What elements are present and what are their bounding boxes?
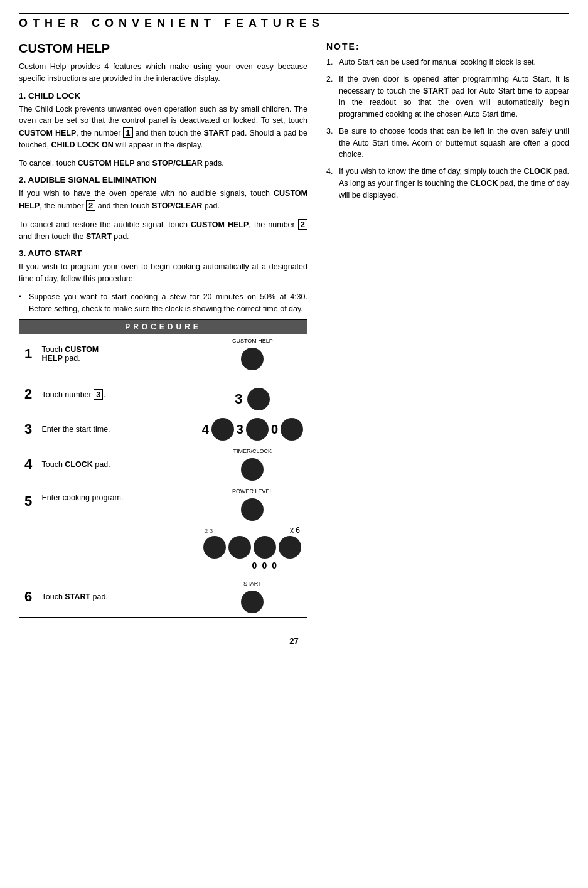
table-row: 6 Touch START pad. START (19, 577, 307, 618)
page-number: 27 (19, 636, 569, 646)
timer-clock-button[interactable] (241, 458, 264, 481)
step2-num: 2 (24, 386, 32, 402)
number4-button[interactable] (211, 418, 234, 441)
step1-visual: CUSTOM HELP (202, 348, 303, 370)
number0-button[interactable] (281, 418, 303, 441)
note-title: NOTE: (326, 41, 569, 51)
number23-button[interactable] (203, 536, 226, 559)
step2-number-label: 3 (235, 391, 242, 407)
number3b-button[interactable] (246, 418, 269, 441)
table-row: 2 Touch number 3. 3 (19, 374, 307, 414)
number0a-button[interactable] (228, 536, 251, 559)
step3-label-0: 0 (271, 422, 278, 437)
step4-num: 4 (24, 456, 32, 472)
step3-label-3: 3 (237, 422, 243, 437)
step6-visual: START (202, 591, 303, 613)
step4-desc: Touch CLOCK pad. (42, 460, 110, 469)
sub3-heading: 3. AUTO START (19, 249, 307, 258)
sub3-bullet: Suppose you want to start cooking a stew… (19, 291, 307, 315)
step4-visual: TIMER/CLOCK (202, 458, 303, 481)
list-item: 1. Auto Start can be used for manual coo… (326, 56, 569, 68)
sub1-text: The Child Lock prevents unwanted oven op… (19, 104, 307, 151)
sub2-cancel: To cancel and restore the audible signal… (19, 218, 307, 243)
custom-help-button[interactable] (241, 348, 264, 370)
number0b-button[interactable] (254, 536, 276, 559)
small-label-23: 2 (205, 528, 208, 534)
custom-help-title: CUSTOM HELP (19, 41, 307, 56)
step3-visual: 4 3 0 (202, 418, 303, 441)
x6-label: x 6 (290, 526, 300, 535)
bottom-label-0c: 0 (272, 560, 277, 570)
list-item: 3. Be sure to choose foods that can be l… (326, 126, 569, 161)
procedure-header: PROCEDURE (19, 320, 307, 334)
custom-help-intro: Custom Help provides 4 features which ma… (19, 61, 307, 85)
step2-desc: Touch number 3. (42, 390, 105, 399)
note-list: 1. Auto Start can be used for manual coo… (326, 56, 569, 201)
procedure-table: PROCEDURE 1 Touch CUSTOMHELP pad. CUSTOM… (19, 319, 307, 618)
number3-button[interactable] (247, 388, 270, 410)
table-row: 4 Touch CLOCK pad. TIMER/CLOCK (19, 444, 307, 484)
step1-num: 1 (24, 346, 32, 361)
page-header: OTHER CONVENIENT FEATURES (19, 13, 569, 30)
step5-num: 5 (24, 493, 32, 509)
table-row: 5 Enter cooking program. POWER LEVEL (19, 484, 307, 577)
list-item: 4. If you wish to know the time of day, … (326, 166, 569, 201)
start-button[interactable] (241, 591, 264, 613)
step6-desc: Touch START pad. (42, 592, 108, 601)
table-row: 3 Enter the start time. 4 3 0 (19, 414, 307, 444)
step5-desc: Enter cooking program. (42, 493, 124, 502)
step6-num: 6 (24, 589, 32, 604)
power-level-button[interactable] (241, 498, 264, 521)
small-label-3: 3 (210, 528, 213, 534)
step5-visual: POWER LEVEL x 6 2 3 (202, 488, 303, 570)
step3-desc: Enter the start time. (42, 425, 110, 434)
sub2-heading: 2. AUDIBLE SIGNAL ELIMINATION (19, 175, 307, 185)
number0c-button[interactable] (279, 536, 301, 559)
step3-num: 3 (24, 421, 32, 437)
step3-label-4: 4 (202, 422, 209, 437)
list-item: 2. If the oven door is opened after prog… (326, 73, 569, 120)
sub1-cancel: To cancel, touch CUSTOM HELP and STOP/CL… (19, 158, 307, 169)
sub2-text: If you wish to have the oven operate wit… (19, 188, 307, 212)
bottom-label-0a: 0 (252, 560, 257, 570)
sub1-heading: 1. CHILD LOCK (19, 91, 307, 100)
step1-desc: Touch CUSTOMHELP pad. (42, 345, 99, 363)
sub3-text: If you wish to program your oven to begi… (19, 261, 307, 285)
step2-visual: 3 (202, 388, 303, 410)
bottom-label-0b: 0 (262, 560, 267, 570)
table-row: 1 Touch CUSTOMHELP pad. CUSTOM HELP (19, 334, 307, 374)
